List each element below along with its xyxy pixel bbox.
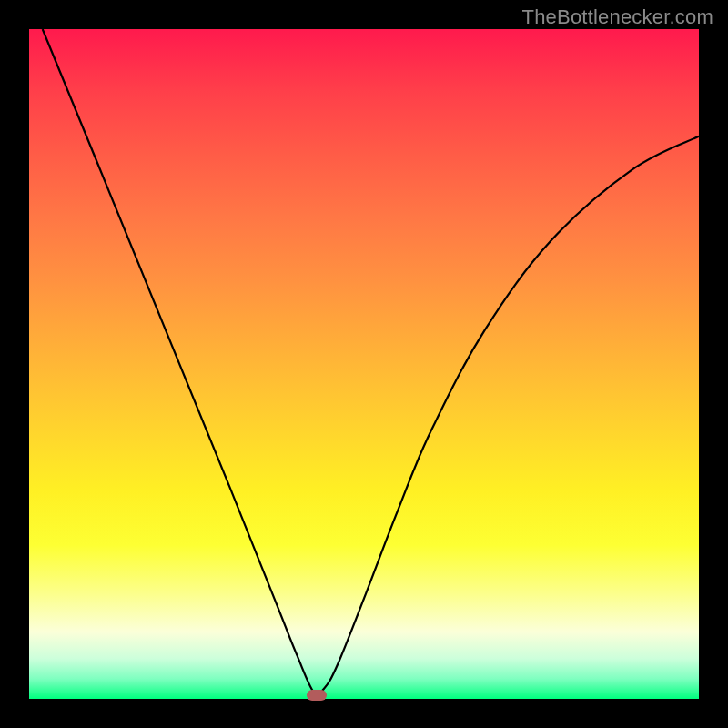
watermark-text: TheBottlenecker.com <box>522 5 713 29</box>
optimum-marker <box>307 690 327 701</box>
plot-gradient-background <box>29 29 699 699</box>
plot-container: TheBottlenecker.com <box>0 0 728 728</box>
